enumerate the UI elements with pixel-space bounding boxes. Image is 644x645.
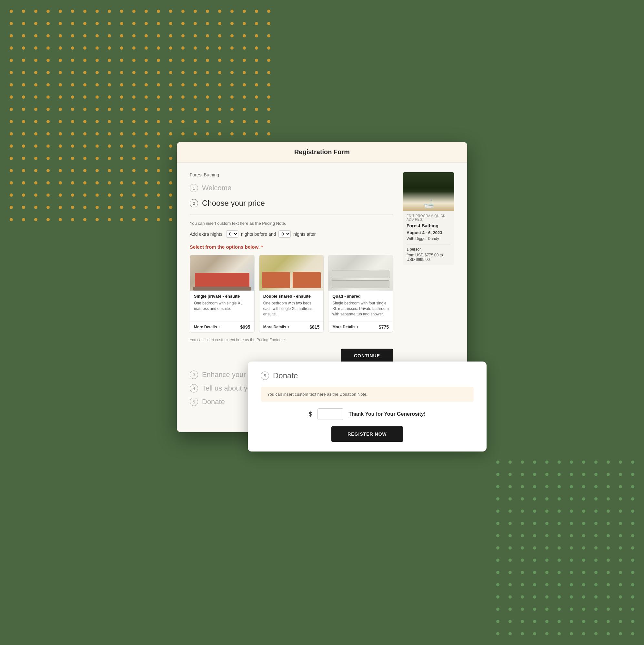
select-options-label: Select from the options below. *: [190, 244, 393, 250]
donate-step-header: 5 Donate: [261, 371, 474, 380]
step-1: 1 Welcome: [190, 184, 393, 192]
step-5-circle: 5: [190, 398, 198, 406]
form-title: Registration Form: [190, 148, 454, 156]
donate-note-text: You can insert custom text here as the D…: [267, 392, 467, 397]
donate-step-circle: 5: [261, 372, 269, 380]
room-2-title: Double shared - ensuite: [263, 294, 320, 299]
nights-after-label: nights after: [293, 232, 316, 237]
room-1-more-details[interactable]: More Details +: [194, 325, 220, 329]
step-2-circle: 2: [190, 199, 198, 207]
step-4-circle: 4: [190, 384, 198, 393]
room-2-desc: One bedroom with two beds each with sing…: [263, 300, 320, 318]
sidebar-dates: August 4 - 6, 2023: [407, 230, 450, 235]
sidebar-card: EDIT PROGRAM QUICK ADD REG. Forest Bathi…: [402, 172, 454, 265]
pricing-note: You can insert custom text here as the P…: [190, 221, 393, 226]
room-2-image: [260, 255, 324, 290]
room-3-image: [328, 255, 393, 290]
sidebar-price-range: from USD $775.00 to USD $995.00: [407, 253, 450, 262]
room-1-body: Single private - ensuite One bedroom wit…: [190, 290, 254, 321]
nights-before-label: nights before and: [241, 232, 276, 237]
required-marker: *: [261, 244, 263, 250]
select-options-text: Select from the options below.: [190, 244, 260, 250]
register-now-button[interactable]: REGISTER NOW: [331, 426, 403, 442]
sidebar-host: With Digger Dandy: [407, 236, 450, 241]
room-3-title: Quad - shared: [332, 294, 389, 299]
step-2-label: Choose your price: [202, 199, 265, 208]
room-cards-container: Single private - ensuite One bedroom wit…: [190, 255, 393, 333]
step-1-circle: 1: [190, 184, 198, 192]
extra-nights-row: Add extra nights: 0 1 2 nights before an…: [190, 230, 393, 238]
donate-note-box: You can insert custom text here as the D…: [261, 387, 474, 402]
donate-input-row: $ Thank You for Your Generosity!: [261, 408, 474, 420]
room-3-body: Quad - shared Single bedroom with four s…: [328, 290, 393, 321]
donate-thanks-text: Thank You for Your Generosity!: [348, 411, 426, 417]
step-2: 2 Choose your price: [190, 199, 393, 208]
room-card-3[interactable]: Quad - shared Single bedroom with four s…: [328, 255, 393, 333]
step-3-circle: 3: [190, 371, 198, 379]
room-2-footer: More Details + $815: [260, 321, 324, 332]
donate-amount-input[interactable]: [317, 408, 343, 420]
sidebar-person: 1 person: [407, 247, 450, 251]
room-2-body: Double shared - ensuite One bedroom with…: [260, 290, 324, 321]
form-subtitle: Forest Bathing: [190, 172, 393, 177]
sidebar-program-title: Forest Bathing: [407, 223, 450, 228]
room-1-footer: More Details + $995: [190, 321, 254, 332]
room-1-title: Single private - ensuite: [194, 294, 251, 299]
donate-step-label: Donate: [273, 371, 298, 380]
room-1-image: [190, 255, 254, 290]
sidebar-card-image: [402, 172, 454, 211]
extra-nights-label: Add extra nights:: [190, 232, 223, 237]
pricing-footnote: You can insert custom text here as the P…: [190, 338, 393, 342]
step-5-label: Donate: [202, 398, 225, 406]
card-header: Registration Form: [177, 142, 467, 163]
room-3-more-details[interactable]: More Details +: [332, 325, 359, 329]
continue-button[interactable]: CONTINUE: [341, 349, 393, 363]
donate-panel: 5 Donate You can insert custom text here…: [248, 362, 487, 451]
donate-dollar-sign: $: [309, 411, 312, 418]
room-1-price: $995: [240, 325, 251, 330]
room-card-1[interactable]: Single private - ensuite One bedroom wit…: [190, 255, 255, 333]
donate-step-number: 5: [264, 374, 266, 378]
sidebar-meta-label: EDIT PROGRAM QUICK ADD REG.: [407, 214, 450, 221]
room-3-footer: More Details + $775: [328, 321, 393, 332]
sidebar-divider: [407, 244, 450, 244]
nights-before-select[interactable]: 0 1 2: [226, 230, 238, 238]
room-2-price: $815: [309, 325, 319, 330]
nights-after-select[interactable]: 0 1 2: [279, 230, 291, 238]
room-2-more-details[interactable]: More Details +: [263, 325, 290, 329]
room-3-price: $775: [379, 325, 389, 330]
room-card-2[interactable]: Double shared - ensuite One bedroom with…: [259, 255, 324, 333]
room-1-desc: One bedroom with single XL mattress and …: [194, 300, 251, 318]
room-3-desc: Single bedroom with four single XL mattr…: [332, 300, 389, 318]
pricing-section: You can insert custom text here as the P…: [190, 214, 393, 363]
page-wrapper: Registration Form Forest Bathing 1 Welco…: [177, 174, 467, 432]
sidebar-card-content: EDIT PROGRAM QUICK ADD REG. Forest Bathi…: [402, 211, 454, 265]
step-1-label: Welcome: [202, 184, 231, 192]
